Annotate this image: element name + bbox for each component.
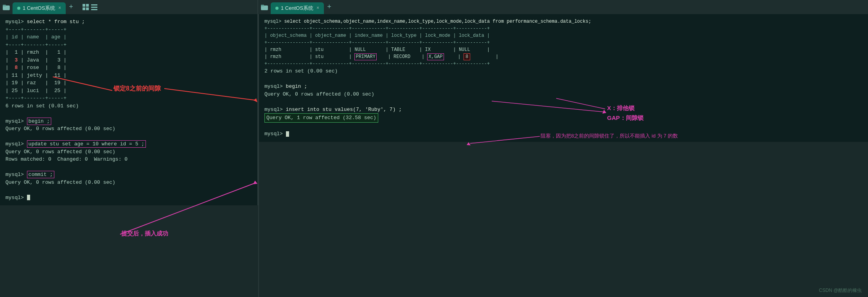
svg-rect-4 bbox=[83, 7, 85, 10]
left-folder-icon[interactable] bbox=[0, 0, 13, 14]
right-line-11: mysql> insert into stu values(7, 'Ruby',… bbox=[264, 106, 863, 114]
main-content: mysql> select * from stu ; +----+-------… bbox=[0, 14, 868, 297]
left-terminal[interactable]: mysql> select * from stu ; +----+-------… bbox=[0, 14, 258, 205]
right-line-5: | rmzh | stu | NULL | TABLE | IX | NULL … bbox=[264, 46, 863, 53]
term-line-19: Query OK, 0 rows affected (0.00 sec) bbox=[5, 179, 252, 187]
tab-dot bbox=[17, 7, 20, 10]
grid-icons bbox=[76, 4, 104, 10]
term-line-2: +----+-------+-----+ bbox=[5, 26, 252, 34]
term-line-13: mysql> begin ; bbox=[5, 118, 252, 125]
term-line-blank2 bbox=[5, 133, 252, 141]
right-blank3 bbox=[264, 123, 863, 130]
term-line-blank4 bbox=[5, 186, 252, 194]
left-tab-close[interactable]: × bbox=[58, 5, 61, 11]
tab-bar-right: 1 CentOS系统 × + bbox=[258, 0, 868, 14]
svg-rect-7 bbox=[91, 7, 97, 8]
term-line-blank1 bbox=[5, 110, 252, 118]
right-folder-icon[interactable] bbox=[258, 0, 271, 14]
tab-bar: 1 CentOS系统 × + 1 CentOS系统 × + bbox=[0, 0, 868, 14]
right-line-10: Query OK, 0 rows affected (0.00 sec) bbox=[264, 91, 863, 98]
right-blank2 bbox=[264, 98, 863, 106]
right-tab-label: 1 CentOS系统 bbox=[281, 5, 313, 12]
term-line-10: | 25 | luci | 25 | bbox=[5, 87, 252, 95]
term-line-5: | 1 | rmzh | 1 | bbox=[5, 49, 252, 56]
term-line-16: Query OK, 0 rows affected (0.00 sec) bbox=[5, 148, 252, 156]
svg-rect-8 bbox=[91, 9, 97, 10]
term-line-17: Rows matched: 0 Changed: 0 Warnings: 0 bbox=[5, 156, 252, 163]
svg-rect-10 bbox=[261, 5, 264, 6]
right-line-7: +---------------+-------------+---------… bbox=[264, 60, 863, 67]
right-line-12: Query OK, 1 row affected (32.58 sec) bbox=[264, 113, 863, 123]
term-line-8: | 11 | jetty | 11 | bbox=[5, 72, 252, 80]
term-line-1: mysql> select * from stu ; bbox=[5, 18, 252, 26]
term-line-7: | 8 | rose | 8 | bbox=[5, 64, 252, 72]
right-terminal[interactable]: mysql> select object_schema,object_name,… bbox=[259, 14, 868, 142]
term-line-11: +----+-------+-----+ bbox=[5, 94, 252, 102]
right-tab[interactable]: 1 CentOS系统 × bbox=[271, 2, 324, 14]
right-line-3: | object_schema | object_name | index_na… bbox=[264, 32, 863, 39]
left-tab[interactable]: 1 CentOS系统 × bbox=[13, 2, 66, 14]
term-line-blank3 bbox=[5, 163, 252, 171]
svg-marker-20 bbox=[467, 142, 471, 145]
right-line-13: mysql> bbox=[264, 130, 863, 138]
right-pane-wrapper: mysql> select object_schema,object_name,… bbox=[259, 14, 868, 297]
term-line-3: | id | name | age | bbox=[5, 33, 252, 41]
svg-rect-5 bbox=[86, 7, 89, 10]
left-tab-label: 1 CentOS系统 bbox=[23, 5, 55, 12]
svg-rect-3 bbox=[86, 4, 89, 7]
term-line-12: 6 rows in set (0.01 sec) bbox=[5, 102, 252, 110]
right-line-2: +---------------+-------------+---------… bbox=[264, 25, 863, 32]
left-pane-wrapper: mysql> select * from stu ; +----+-------… bbox=[0, 14, 258, 297]
svg-rect-6 bbox=[91, 4, 97, 5]
term-line-6: | 3 | Java | 3 | bbox=[5, 56, 252, 64]
right-tab-close[interactable]: × bbox=[316, 5, 319, 11]
svg-rect-1 bbox=[3, 5, 6, 6]
tab-bar-left: 1 CentOS系统 × + bbox=[0, 0, 258, 14]
submit-annotation-label: 提交后，插入成功 bbox=[121, 230, 168, 237]
svg-rect-2 bbox=[83, 4, 85, 7]
right-tab-add[interactable]: + bbox=[324, 3, 334, 11]
term-line-18: mysql> commit ; bbox=[5, 171, 252, 179]
right-line-4: +---------------+-------------+---------… bbox=[264, 39, 863, 46]
term-line-9: | 19 | raz | 19 | bbox=[5, 79, 252, 87]
right-tab-dot bbox=[275, 7, 279, 10]
left-tab-add[interactable]: + bbox=[66, 3, 76, 11]
right-line-1: mysql> select object_schema,object_name,… bbox=[264, 18, 863, 25]
term-line-15: mysql> update stu set age = 10 where id … bbox=[5, 140, 252, 148]
right-line-9: mysql> begin ; bbox=[264, 83, 863, 91]
right-line-8: 2 rows in set (0.00 sec) bbox=[264, 67, 863, 75]
term-line-14: Query OK, 0 rows affected (0.00 sec) bbox=[5, 125, 252, 133]
right-line-6: | rmzh | stu | PRIMARY | RECORD | X,GAP … bbox=[264, 53, 863, 60]
right-blank1 bbox=[264, 75, 863, 83]
term-line-20: mysql> bbox=[5, 194, 252, 202]
term-line-4: +----+-------+-----+ bbox=[5, 41, 252, 49]
watermark: CSDN @酷酷的橡虫 bbox=[819, 287, 862, 294]
